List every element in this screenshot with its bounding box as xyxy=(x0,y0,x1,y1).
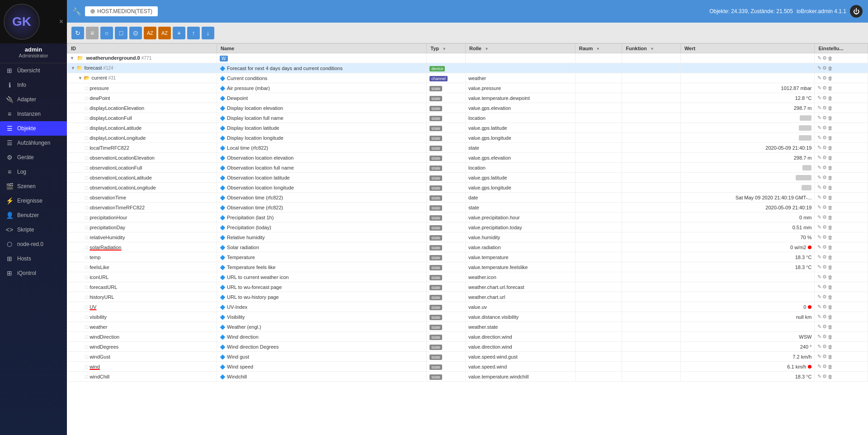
settings-icon[interactable]: ⚙ xyxy=(822,264,827,270)
settings-icon[interactable]: ⚙ xyxy=(822,334,827,340)
edit-icon[interactable]: ✎ xyxy=(817,135,821,141)
edit-icon[interactable]: ✎ xyxy=(817,194,821,200)
col-rolle[interactable]: Rolle ▼ xyxy=(466,44,576,53)
menu-button[interactable]: ≡ xyxy=(86,27,99,39)
delete-icon[interactable]: 🗑 xyxy=(828,155,833,161)
delete-icon[interactable]: 🗑 xyxy=(828,374,833,379)
delete-icon[interactable]: 🗑 xyxy=(828,135,833,141)
settings-icon[interactable]: ⚙ xyxy=(822,214,827,220)
edit-icon[interactable]: ✎ xyxy=(817,274,821,280)
settings-icon[interactable]: ⚙ xyxy=(822,324,827,330)
square-button[interactable]: □ xyxy=(115,27,127,39)
delete-icon[interactable]: 🗑 xyxy=(828,76,833,81)
delete-icon[interactable]: 🗑 xyxy=(828,284,833,290)
settings-icon[interactable]: ⚙ xyxy=(822,304,827,310)
sidebar-item-info[interactable]: ℹ Info xyxy=(0,78,67,92)
sidebar-item-skripte[interactable]: <> Skripte xyxy=(0,222,67,237)
settings-icon[interactable]: ⚙ xyxy=(822,55,827,61)
settings-icon[interactable]: ⚙ xyxy=(822,85,827,91)
circle-button[interactable]: ○ xyxy=(100,27,113,39)
sidebar-item-objekte[interactable]: ☰ Objekte xyxy=(0,121,67,136)
settings-icon[interactable]: ⚙ xyxy=(822,135,827,141)
delete-icon[interactable]: 🗑 xyxy=(828,265,833,270)
sidebar-item-gerate[interactable]: ⚙ Geräte xyxy=(0,150,67,165)
edit-icon[interactable]: ✎ xyxy=(817,304,821,310)
col-typ[interactable]: Typ ▼ xyxy=(427,44,466,53)
edit-icon[interactable]: ✎ xyxy=(817,115,821,121)
settings-icon[interactable]: ⚙ xyxy=(822,344,827,350)
col-funktion[interactable]: Funktion ▼ xyxy=(622,44,681,53)
settings-icon[interactable]: ⚙ xyxy=(822,234,827,240)
settings-icon[interactable]: ⚙ xyxy=(822,175,827,180)
delete-icon[interactable]: 🗑 xyxy=(828,195,833,200)
settings-icon[interactable]: ⚙ xyxy=(822,294,827,300)
col-raum[interactable]: Raum ▼ xyxy=(575,44,622,53)
delete-icon[interactable]: 🗑 xyxy=(828,66,833,71)
delete-icon[interactable]: 🗑 xyxy=(828,324,833,330)
edit-icon[interactable]: ✎ xyxy=(817,244,821,250)
settings-icon[interactable]: ⚙ xyxy=(822,65,827,71)
edit-icon[interactable]: ✎ xyxy=(817,234,821,240)
delete-icon[interactable]: 🗑 xyxy=(828,245,833,250)
edit-icon[interactable]: ✎ xyxy=(817,354,821,359)
edit-icon[interactable]: ✎ xyxy=(817,254,821,260)
edit-icon[interactable]: ✎ xyxy=(817,224,821,230)
sidebar-item-szenen[interactable]: 🎬 Szenen xyxy=(0,179,67,194)
edit-icon[interactable]: ✎ xyxy=(817,364,821,369)
edit-icon[interactable]: ✎ xyxy=(817,314,821,320)
settings-icon[interactable]: ⚙ xyxy=(822,95,827,101)
delete-icon[interactable]: 🗑 xyxy=(828,56,833,61)
delete-icon[interactable]: 🗑 xyxy=(828,165,833,170)
sidebar-item-ereignisse[interactable]: ⚡ Ereignisse xyxy=(0,194,67,208)
delete-icon[interactable]: 🗑 xyxy=(828,235,833,240)
delete-icon[interactable]: 🗑 xyxy=(828,215,833,220)
edit-icon[interactable]: ✎ xyxy=(817,95,821,101)
az2-button[interactable]: AZ xyxy=(158,27,171,39)
sidebar-item-instanzen[interactable]: ≡ Instanzen xyxy=(0,107,67,121)
delete-icon[interactable]: 🗑 xyxy=(828,274,833,280)
edit-icon[interactable]: ✎ xyxy=(817,184,821,190)
delete-icon[interactable]: 🗑 xyxy=(828,105,833,111)
delete-icon[interactable]: 🗑 xyxy=(828,225,833,230)
host-button[interactable]: HOST.MEDION(TEST) xyxy=(85,6,158,16)
settings-icon[interactable]: ⚙ xyxy=(822,364,827,369)
edit-icon[interactable]: ✎ xyxy=(817,344,821,350)
settings-icon[interactable]: ⚙ xyxy=(822,204,827,210)
sidebar-item-log[interactable]: ≡ Log xyxy=(0,165,67,179)
upload-button[interactable]: ↑ xyxy=(187,27,200,39)
edit-icon[interactable]: ✎ xyxy=(817,374,821,379)
edit-icon[interactable]: ✎ xyxy=(817,334,821,340)
settings-icon[interactable]: 🔧 xyxy=(72,7,81,16)
delete-icon[interactable]: 🗑 xyxy=(828,255,833,260)
edit-icon[interactable]: ✎ xyxy=(817,105,821,111)
settings-icon[interactable]: ⚙ xyxy=(822,284,827,290)
delete-icon[interactable]: 🗑 xyxy=(828,145,833,151)
delete-icon[interactable]: 🗑 xyxy=(828,294,833,300)
power-button[interactable]: ⏻ xyxy=(850,5,863,18)
delete-icon[interactable]: 🗑 xyxy=(828,344,833,350)
delete-icon[interactable]: 🗑 xyxy=(828,304,833,310)
settings-icon[interactable]: ⚙ xyxy=(822,115,827,121)
edit-icon[interactable]: ✎ xyxy=(817,145,821,151)
refresh-button[interactable]: ↻ xyxy=(71,27,84,39)
collapse-arrow[interactable]: ▼ xyxy=(70,56,75,61)
edit-icon[interactable]: ✎ xyxy=(817,55,821,61)
sidebar-item-node-red[interactable]: ⬡ node-red.0 xyxy=(0,237,67,251)
close-button[interactable]: × xyxy=(59,18,63,26)
edit-icon[interactable]: ✎ xyxy=(817,264,821,270)
edit-icon[interactable]: ✎ xyxy=(817,284,821,290)
dot-button[interactable]: ⊙ xyxy=(129,27,142,39)
collapse-arrow[interactable]: ▼ xyxy=(71,66,75,71)
settings-icon[interactable]: ⚙ xyxy=(822,374,827,379)
az1-button[interactable]: AZ xyxy=(144,27,156,39)
sidebar-item-ubersicht[interactable]: ⊞ Übersicht xyxy=(0,63,67,78)
settings-icon[interactable]: ⚙ xyxy=(822,105,827,111)
delete-icon[interactable]: 🗑 xyxy=(828,85,833,91)
delete-icon[interactable]: 🗑 xyxy=(828,354,833,359)
settings-icon[interactable]: ⚙ xyxy=(822,254,827,260)
settings-icon[interactable]: ⚙ xyxy=(822,314,827,320)
edit-icon[interactable]: ✎ xyxy=(817,175,821,180)
sidebar-item-adapter[interactable]: 🔌 Adapter xyxy=(0,92,67,107)
delete-icon[interactable]: 🗑 xyxy=(828,95,833,101)
delete-icon[interactable]: 🗑 xyxy=(828,185,833,190)
